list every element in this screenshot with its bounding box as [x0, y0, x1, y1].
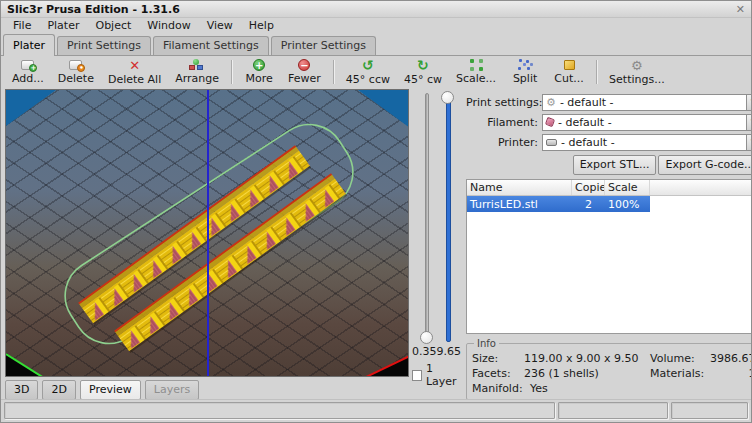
tab-print-settings[interactable]: Print Settings — [57, 36, 151, 55]
delete-all-button[interactable]: ✕ Delete All — [101, 57, 168, 87]
view-tab-2d[interactable]: 2D — [42, 380, 75, 400]
layer-slider-low-knob[interactable] — [420, 331, 433, 344]
arrange-icon — [189, 59, 205, 71]
filament-spool-icon — [545, 117, 555, 127]
status-pane-middle — [558, 402, 668, 419]
menu-help[interactable]: Help — [241, 18, 282, 33]
filament-label: Filament: — [466, 116, 542, 129]
volume-value: 3986.67 — [710, 351, 752, 366]
split-button[interactable]: Split — [503, 57, 547, 87]
print-settings-value: - default - — [560, 96, 614, 109]
menu-plater[interactable]: Plater — [39, 18, 87, 33]
column-copies: Copie: — [572, 180, 605, 195]
object-list-header: Name Copie: Scale — [467, 180, 752, 196]
delete-all-icon: ✕ — [129, 59, 140, 72]
add-object-icon: + — [21, 59, 34, 71]
object-row-turrisled[interactable]: TurrisLED.stl 2 100% — [467, 196, 650, 212]
layer-slider-low[interactable] — [419, 91, 435, 344]
more-button[interactable]: + More — [237, 57, 281, 87]
facets-label: Facets: — [472, 366, 524, 381]
plater-toolbar: + Add... • Delete ✕ Delete All Arrange +… — [1, 56, 751, 89]
printer-combo[interactable]: - default - ▼ — [542, 134, 752, 151]
layer-slider-panel: 0.35 9.65 1 Layer — [409, 89, 462, 400]
info-box: Info Size: 119.00 x 9.00 x 9.50 Volume: … — [466, 338, 752, 400]
filament-combo[interactable]: - default - ▼ — [542, 114, 752, 131]
layer-slider-high[interactable] — [440, 91, 456, 344]
info-legend: Info — [474, 338, 499, 349]
split-icon — [518, 59, 532, 71]
scene-corner-top-left — [6, 90, 56, 126]
cut-button[interactable]: Cut... — [547, 57, 591, 87]
tab-plater[interactable]: Plater — [3, 34, 55, 56]
view-tab-3d[interactable]: 3D — [5, 380, 38, 400]
print-settings-combo[interactable]: ⚙ - default - ▼ — [542, 94, 752, 111]
volume-label: Volume: — [650, 351, 710, 366]
arrange-button[interactable]: Arrange — [168, 57, 226, 87]
layer-high-value: 9.65 — [437, 345, 462, 358]
rotate-ccw-icon: ↺ — [362, 59, 374, 72]
menu-bar: File Plater Object Window View Help — [1, 18, 751, 33]
menu-file[interactable]: File — [5, 18, 39, 33]
menu-window[interactable]: Window — [139, 18, 198, 33]
layer-slider-low-track[interactable] — [425, 93, 429, 342]
app-window: Slic3r Prusa Edition - 1.31.6 ✕ File Pla… — [0, 0, 752, 423]
printer-icon — [546, 139, 557, 146]
printer-value: - default - — [561, 136, 615, 149]
layer-slider-high-track[interactable] — [446, 93, 451, 342]
preview-scene — [6, 90, 409, 377]
menu-view[interactable]: View — [199, 18, 241, 33]
view-tab-preview[interactable]: Preview — [80, 380, 141, 400]
print-settings-gear-icon: ⚙ — [546, 97, 556, 108]
single-layer-checkbox[interactable] — [412, 370, 422, 381]
preview-3d-canvas[interactable] — [5, 89, 409, 377]
layer-slider-high-knob[interactable] — [441, 91, 454, 104]
toolbar-separator — [231, 60, 232, 84]
rotate-cw-icon: ↻ — [417, 59, 429, 72]
materials-label: Materials: — [650, 366, 710, 381]
object-list[interactable]: Name Copie: Scale TurrisLED.stl 2 100% — [466, 179, 752, 334]
toolbar-separator — [596, 60, 597, 84]
status-pane-main — [4, 402, 555, 419]
main-area: 3D 2D Preview Layers 0.35 9.65 — [1, 89, 751, 400]
scene-corner-top-right — [358, 90, 409, 128]
fewer-copies-icon: − — [298, 59, 310, 71]
status-bar — [1, 399, 751, 422]
settings-icon: ⚙ — [631, 59, 643, 72]
export-stl-button[interactable]: Export STL... — [573, 155, 657, 175]
rotate-cw-button[interactable]: ↻ 45° cw — [397, 57, 449, 87]
scale-button[interactable]: Scale... — [449, 57, 503, 87]
print-settings-dropdown-arrow[interactable]: ▼ — [746, 94, 752, 111]
settings-button[interactable]: ⚙ Settings... — [602, 57, 672, 87]
manifold-label: Manifold: — [472, 381, 530, 396]
status-pane-right — [671, 402, 748, 419]
size-value: 119.00 x 9.00 x 9.50 — [524, 351, 650, 366]
manifold-value: Yes — [530, 381, 548, 396]
view-mode-tabs: 3D 2D Preview Layers — [5, 380, 409, 400]
printer-label: Printer: — [466, 136, 542, 149]
materials-value: 1 — [710, 366, 752, 381]
delete-object-icon: • — [69, 59, 82, 71]
delete-button[interactable]: • Delete — [51, 57, 101, 87]
toolbar-separator — [333, 60, 334, 84]
single-layer-label: 1 Layer — [426, 362, 462, 388]
main-tab-bar: Plater Print Settings Filament Settings … — [1, 33, 751, 56]
rotate-ccw-button[interactable]: ↺ 45° ccw — [339, 57, 397, 87]
view-tab-layers[interactable]: Layers — [145, 380, 199, 400]
filament-dropdown-arrow[interactable]: ▼ — [746, 114, 752, 131]
tab-filament-settings[interactable]: Filament Settings — [153, 36, 269, 55]
settings-panel: Print settings: ⚙ - default - ▼ Filament… — [462, 89, 752, 400]
column-name: Name — [467, 180, 572, 195]
printer-dropdown-arrow[interactable]: ▼ — [746, 134, 752, 151]
fewer-button[interactable]: − Fewer — [281, 57, 328, 87]
add-button[interactable]: + Add... — [5, 57, 51, 87]
export-gcode-button[interactable]: Export G-code... — [658, 155, 752, 175]
facets-value: 236 (1 shells) — [524, 366, 650, 381]
layer-low-value: 0.35 — [412, 345, 437, 358]
close-icon[interactable]: ✕ — [736, 4, 745, 15]
preview-column: 3D 2D Preview Layers — [5, 89, 409, 400]
scale-icon — [470, 59, 483, 71]
window-title: Slic3r Prusa Edition - 1.31.6 — [7, 3, 180, 16]
single-layer-toggle[interactable]: 1 Layer — [412, 362, 462, 388]
menu-object[interactable]: Object — [87, 18, 139, 33]
tab-printer-settings[interactable]: Printer Settings — [271, 36, 376, 55]
